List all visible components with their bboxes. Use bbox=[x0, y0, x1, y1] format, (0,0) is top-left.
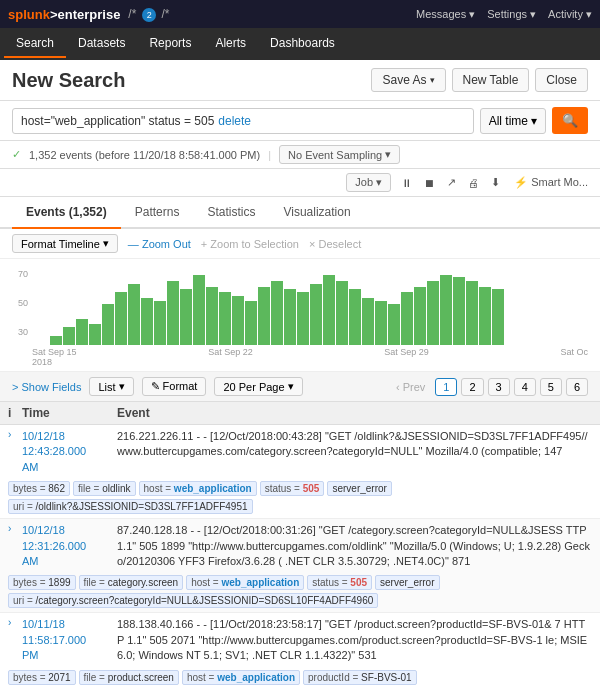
time-range-picker[interactable]: All time ▾ bbox=[480, 108, 546, 134]
delete-link[interactable]: delete bbox=[218, 114, 251, 128]
page-1-button[interactable]: 1 bbox=[435, 378, 457, 396]
chart-bar-14[interactable] bbox=[232, 296, 244, 345]
sampling-button[interactable]: No Event Sampling ▾ bbox=[279, 145, 400, 164]
tab-visualization[interactable]: Visualization bbox=[269, 197, 364, 229]
chart-bar-0[interactable] bbox=[50, 336, 62, 345]
nav-tab-dashboards[interactable]: Dashboards bbox=[258, 30, 347, 58]
nav-tab-datasets[interactable]: Datasets bbox=[66, 30, 137, 58]
event-tag-5[interactable]: uri = /oldlink?&JSESSIONID=SD3SL7FF1ADFF… bbox=[8, 499, 253, 514]
chart-bar-33[interactable] bbox=[479, 287, 491, 345]
chart-bar-5[interactable] bbox=[115, 292, 127, 345]
chart-bar-31[interactable] bbox=[453, 277, 465, 345]
chart-bar-11[interactable] bbox=[193, 275, 205, 345]
page-6-button[interactable]: 6 bbox=[566, 378, 588, 396]
job-chevron: ▾ bbox=[376, 176, 382, 188]
page-5-button[interactable]: 5 bbox=[540, 378, 562, 396]
nav-tab-alerts[interactable]: Alerts bbox=[203, 30, 258, 58]
event-tag-2[interactable]: host = web_application bbox=[139, 481, 257, 496]
chart-bar-29[interactable] bbox=[427, 281, 439, 345]
per-page-button[interactable]: 20 Per Page ▾ bbox=[214, 377, 302, 396]
event-tag-3[interactable]: status = 505 bbox=[307, 575, 372, 590]
event-tag-3[interactable]: productId = SF-BVS-01 bbox=[303, 670, 417, 685]
chart-bar-19[interactable] bbox=[297, 292, 309, 345]
activity-link[interactable]: Activity ▾ bbox=[548, 8, 592, 21]
event-tag-0[interactable]: bytes = 2071 bbox=[8, 670, 76, 685]
chart-bar-21[interactable] bbox=[323, 275, 335, 345]
chart-bar-23[interactable] bbox=[349, 289, 361, 345]
event-tag-1[interactable]: file = category.screen bbox=[79, 575, 184, 590]
save-as-button[interactable]: Save As ▾ bbox=[371, 68, 445, 92]
print-icon[interactable]: 🖨 bbox=[468, 177, 479, 189]
chart-bar-18[interactable] bbox=[284, 289, 296, 345]
job-button[interactable]: Job ▾ bbox=[346, 173, 391, 192]
stop-icon[interactable]: ⏹ bbox=[424, 177, 435, 189]
table-header: i Time Event bbox=[0, 402, 600, 425]
chart-bar-30[interactable] bbox=[440, 275, 452, 345]
chart-bar-8[interactable] bbox=[154, 301, 166, 345]
search-button[interactable]: 🔍 bbox=[552, 107, 588, 134]
search-input[interactable]: host="web_application" status = 505 dele… bbox=[12, 108, 474, 134]
settings-link[interactable]: Settings ▾ bbox=[487, 8, 536, 21]
event-tag-2[interactable]: host = web_application bbox=[182, 670, 300, 685]
event-row-main-2[interactable]: ›10/11/18 11:58:17.000 PM188.138.40.166 … bbox=[0, 613, 600, 667]
event-tag-4[interactable]: server_error bbox=[375, 575, 439, 590]
expand-icon[interactable]: › bbox=[8, 429, 22, 440]
page-3-button[interactable]: 3 bbox=[488, 378, 510, 396]
chart-bar-10[interactable] bbox=[180, 289, 192, 345]
event-tag-5[interactable]: uri = /category.screen?categoryId=NULL&J… bbox=[8, 593, 378, 608]
zoom-selection-button[interactable]: + Zoom to Selection bbox=[201, 238, 299, 250]
chart-bar-17[interactable] bbox=[271, 281, 283, 345]
expand-icon[interactable]: › bbox=[8, 617, 22, 628]
chart-bar-34[interactable] bbox=[492, 289, 504, 345]
new-table-button[interactable]: New Table bbox=[452, 68, 530, 92]
expand-icon[interactable]: › bbox=[8, 523, 22, 534]
chart-bar-26[interactable] bbox=[388, 304, 400, 345]
chart-bar-3[interactable] bbox=[89, 324, 101, 345]
chart-bar-32[interactable] bbox=[466, 281, 478, 345]
event-tag-1[interactable]: file = oldlink bbox=[73, 481, 136, 496]
chart-bar-6[interactable] bbox=[128, 284, 140, 345]
nav-tab-search[interactable]: Search bbox=[4, 30, 66, 58]
event-tag-3[interactable]: status = 505 bbox=[260, 481, 325, 496]
deselect-button[interactable]: × Deselect bbox=[309, 238, 361, 250]
event-row-main-1[interactable]: ›10/12/18 12:31:26.000 AM87.240.128.18 -… bbox=[0, 519, 600, 573]
chart-bar-25[interactable] bbox=[375, 301, 387, 345]
chart-bar-1[interactable] bbox=[63, 327, 75, 345]
chart-bar-20[interactable] bbox=[310, 284, 322, 345]
list-button[interactable]: List ▾ bbox=[89, 377, 133, 396]
event-time: 10/12/18 12:43:28.000 AM bbox=[22, 429, 117, 475]
chart-bar-28[interactable] bbox=[414, 287, 426, 345]
share-icon[interactable]: ↗ bbox=[447, 176, 456, 189]
pause-icon[interactable]: ⏸ bbox=[401, 177, 412, 189]
chart-bar-16[interactable] bbox=[258, 287, 270, 345]
chart-bar-12[interactable] bbox=[206, 287, 218, 345]
nav-tab-reports[interactable]: Reports bbox=[137, 30, 203, 58]
page-4-button[interactable]: 4 bbox=[514, 378, 536, 396]
chart-bar-9[interactable] bbox=[167, 281, 179, 345]
event-tag-1[interactable]: file = product.screen bbox=[79, 670, 179, 685]
chart-bar-4[interactable] bbox=[102, 304, 114, 345]
chart-bar-22[interactable] bbox=[336, 281, 348, 345]
event-tag-2[interactable]: host = web_application bbox=[186, 575, 304, 590]
chart-bar-7[interactable] bbox=[141, 298, 153, 345]
format-button[interactable]: ✎ Format bbox=[142, 377, 207, 396]
event-tag-0[interactable]: bytes = 1899 bbox=[8, 575, 76, 590]
download-icon[interactable]: ⬇ bbox=[491, 176, 500, 189]
show-fields-button[interactable]: > Show Fields bbox=[12, 381, 81, 393]
event-tag-0[interactable]: bytes = 862 bbox=[8, 481, 70, 496]
tab-patterns[interactable]: Patterns bbox=[121, 197, 194, 229]
zoom-out-button[interactable]: — Zoom Out bbox=[128, 238, 191, 250]
chart-bar-2[interactable] bbox=[76, 319, 88, 345]
close-button[interactable]: Close bbox=[535, 68, 588, 92]
chart-bar-15[interactable] bbox=[245, 301, 257, 345]
format-timeline-button[interactable]: Format Timeline ▾ bbox=[12, 234, 118, 253]
chart-bar-24[interactable] bbox=[362, 298, 374, 345]
event-row-main-0[interactable]: ›10/12/18 12:43:28.000 AM216.221.226.11 … bbox=[0, 425, 600, 479]
tab-events[interactable]: Events (1,352) bbox=[12, 197, 121, 229]
messages-link[interactable]: Messages ▾ bbox=[416, 8, 475, 21]
event-tag-4[interactable]: server_error bbox=[327, 481, 391, 496]
tab-statistics[interactable]: Statistics bbox=[193, 197, 269, 229]
page-2-button[interactable]: 2 bbox=[461, 378, 483, 396]
chart-bar-13[interactable] bbox=[219, 292, 231, 345]
chart-bar-27[interactable] bbox=[401, 292, 413, 345]
